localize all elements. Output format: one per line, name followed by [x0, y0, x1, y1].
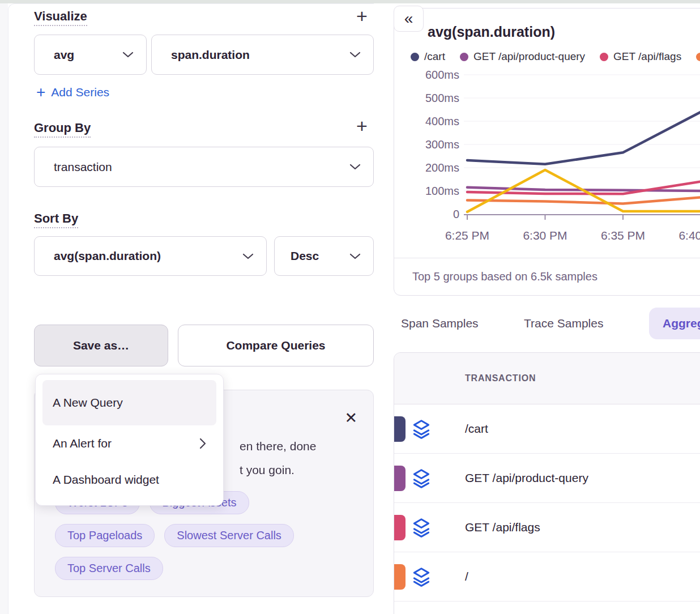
- left-gutter: [0, 3, 8, 614]
- y-axis-tick-label: 600ms: [425, 69, 459, 81]
- aggregates-table: TRANSACTION /cartGET /api/product-queryG…: [394, 352, 700, 614]
- chevron-right-icon: [199, 438, 206, 449]
- legend-label: GET /api/flags: [613, 50, 681, 63]
- x-axis-tick-label: 6:30 PM: [523, 229, 567, 242]
- layers-icon: [411, 567, 432, 587]
- y-axis-tick-label: 400ms: [425, 115, 459, 127]
- legend-dot: [600, 53, 608, 61]
- y-axis-tick-label: 0: [453, 208, 459, 220]
- collapse-panel-button[interactable]: «: [394, 6, 424, 32]
- plus-icon: +: [36, 85, 45, 100]
- x-axis-tick-label: 6:40 PM: [678, 229, 700, 242]
- explore-page: Visualize + avg span.duration + Add Seri…: [0, 0, 700, 614]
- chart-footer-note: Top 5 groups based on 6.5k samples: [394, 258, 700, 295]
- transaction-cell: GET /api/product-query: [465, 471, 588, 485]
- table-row[interactable]: GET /api/flags: [394, 503, 700, 552]
- menu-item-a-dashboard-widget[interactable]: A Dashboard widget: [42, 462, 216, 498]
- series-line-/cart: [467, 112, 700, 164]
- sort-field-value: avg(span.duration): [54, 249, 161, 263]
- legend-label: GET /api/product-query: [473, 50, 585, 63]
- series-color-bar: [394, 564, 406, 590]
- close-icon[interactable]: ✕: [344, 411, 357, 426]
- table-row[interactable]: /cart: [394, 404, 700, 454]
- group-by-add-button[interactable]: +: [352, 117, 372, 137]
- legend-dot: [696, 53, 700, 61]
- tab-trace-samples[interactable]: Trace Samples: [524, 308, 603, 339]
- menu-item-label: A New Query: [53, 396, 123, 410]
- legend-dot: [460, 53, 468, 61]
- add-series-label: Add Series: [51, 86, 109, 99]
- chevron-down-icon: [242, 253, 254, 259]
- duration-line-chart[interactable]: 0100ms200ms300ms400ms500ms600ms6:25 PM6:…: [394, 62, 700, 261]
- x-axis-tick-label: 6:25 PM: [445, 229, 489, 242]
- chevron-down-icon: [349, 164, 361, 170]
- chevron-down-icon: [122, 52, 134, 58]
- chip-row: Top Server Calls: [55, 557, 163, 580]
- add-series-button[interactable]: + Add Series: [36, 85, 109, 100]
- transaction-cell: /: [465, 570, 468, 583]
- aggregate-select[interactable]: avg: [34, 35, 147, 75]
- table-row[interactable]: GET /api/product-query: [394, 454, 700, 503]
- aggregate-value: avg: [54, 48, 74, 62]
- result-mode-tabs: Span SamplesTrace SamplesAggregates: [394, 308, 700, 339]
- series-color-bar: [394, 416, 406, 442]
- save-as-button[interactable]: Save as…: [34, 325, 168, 366]
- table-row-partial[interactable]: [394, 602, 700, 614]
- layers-icon: [411, 518, 432, 538]
- save-as-menu: A New QueryAn Alert forA Dashboard widge…: [35, 374, 224, 506]
- series-color-bar: [394, 466, 406, 491]
- transaction-cell: /cart: [465, 422, 488, 436]
- sort-field-select[interactable]: avg(span.duration): [34, 236, 267, 276]
- suggested-query-chip[interactable]: Top Server Calls: [55, 557, 163, 580]
- group-by-heading: Group By: [34, 121, 91, 135]
- sort-by-heading: Sort By: [34, 211, 78, 226]
- field-select[interactable]: span.duration: [151, 35, 374, 75]
- compare-queries-button[interactable]: Compare Queries: [178, 325, 374, 366]
- table-header-row: TRANSACTION: [394, 353, 700, 404]
- chevron-down-icon: [349, 52, 361, 58]
- table-row[interactable]: /: [394, 552, 700, 602]
- menu-item-a-new-query[interactable]: A New Query: [42, 380, 216, 425]
- transaction-column-header: TRANSACTION: [465, 373, 536, 383]
- menu-item-an-alert-for[interactable]: An Alert for: [42, 425, 216, 462]
- layers-icon: [411, 468, 432, 489]
- group-by-value: transaction: [54, 160, 112, 174]
- series-color-bar: [394, 515, 406, 540]
- x-axis-tick-label: 6:35 PM: [601, 229, 645, 242]
- legend-dot: [411, 53, 419, 61]
- menu-item-label: A Dashboard widget: [53, 473, 159, 487]
- series-line-/: [467, 197, 700, 203]
- layers-icon: [411, 419, 432, 440]
- menu-item-label: An Alert for: [53, 437, 112, 450]
- sort-direction-select[interactable]: Desc: [274, 236, 374, 276]
- banner-text-line1: en there, done: [240, 440, 316, 453]
- suggested-query-chip[interactable]: Slowest Server Calls: [164, 524, 294, 547]
- y-axis-tick-label: 200ms: [425, 161, 459, 174]
- chip-row: Top PageloadsSlowest Server Calls: [55, 524, 294, 547]
- y-axis-tick-label: 100ms: [425, 185, 459, 197]
- suggested-query-chip[interactable]: Top Pageloads: [55, 524, 155, 547]
- tab-span-samples[interactable]: Span Samples: [401, 308, 479, 339]
- chart-title: avg(span.duration): [428, 24, 555, 40]
- chevron-down-icon: [349, 253, 361, 259]
- y-axis-tick-label: 300ms: [425, 138, 459, 151]
- field-value: span.duration: [171, 48, 250, 62]
- group-by-select[interactable]: transaction: [34, 147, 374, 187]
- visualize-heading: Visualize: [34, 9, 87, 24]
- visualize-add-button[interactable]: +: [352, 7, 372, 27]
- legend-label: /cart: [424, 50, 445, 63]
- banner-text-line2: t you goin.: [240, 463, 294, 477]
- sort-direction-value: Desc: [291, 249, 319, 263]
- tab-aggregates[interactable]: Aggregates: [649, 308, 700, 339]
- transaction-cell: GET /api/flags: [465, 521, 540, 534]
- y-axis-tick-label: 500ms: [425, 92, 459, 104]
